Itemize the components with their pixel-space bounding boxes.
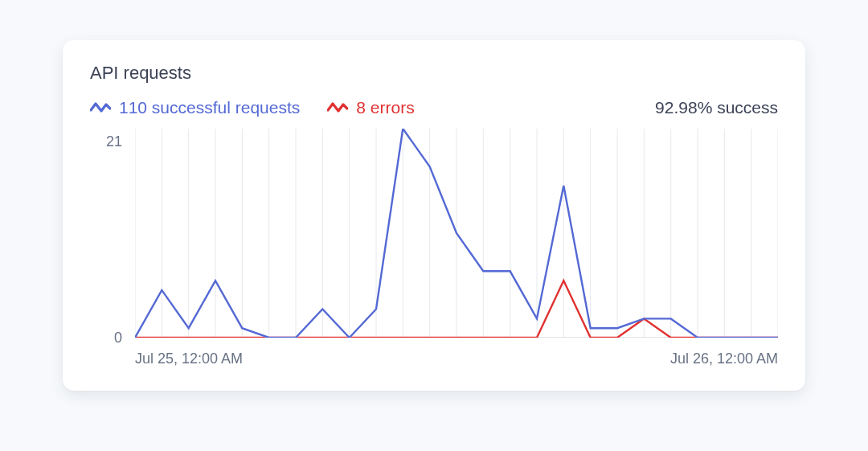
x-axis-start: Jul 25, 12:00 AM <box>135 351 243 367</box>
legend-success-label: 110 successful requests <box>119 98 300 117</box>
success-rate: 92.98% success <box>655 98 778 117</box>
y-axis: 21 0 <box>95 129 127 338</box>
y-axis-zero: 0 <box>114 330 122 346</box>
legend-row: 110 successful requests 8 errors 92.98% … <box>90 98 778 117</box>
chart: 21 0 <box>103 129 778 338</box>
y-axis-max: 21 <box>106 133 122 150</box>
plot-area <box>135 129 778 338</box>
legend-success[interactable]: 110 successful requests <box>90 98 300 117</box>
legend-error[interactable]: 8 errors <box>327 98 414 117</box>
x-axis-end: Jul 26, 12:00 AM <box>670 351 778 367</box>
legend-error-label: 8 errors <box>356 98 414 117</box>
trend-icon <box>327 98 348 117</box>
trend-icon <box>90 98 111 117</box>
x-axis: Jul 25, 12:00 AM Jul 26, 12:00 AM <box>135 351 778 371</box>
api-requests-card: API requests 110 successful requests 8 e… <box>63 40 805 391</box>
card-title: API requests <box>90 63 778 84</box>
